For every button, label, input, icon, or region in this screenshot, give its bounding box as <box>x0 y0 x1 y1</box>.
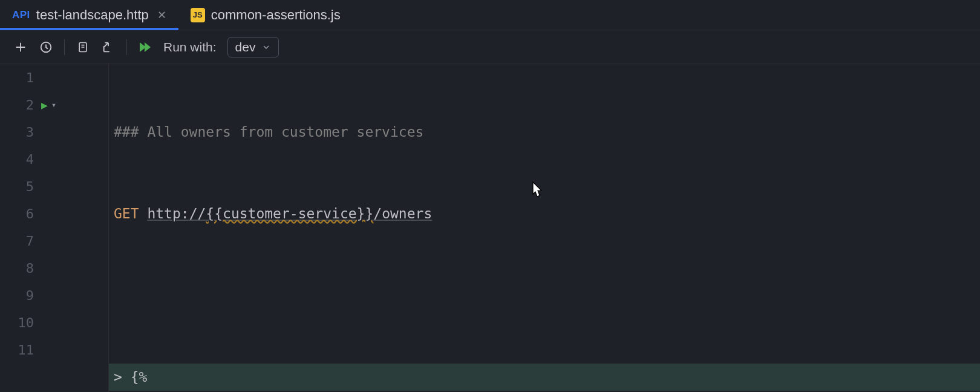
line-number: 6 <box>0 200 34 227</box>
code-content[interactable]: ### All owners from customer services GE… <box>109 64 980 392</box>
run-gutter-icon[interactable]: ▶ <box>41 91 48 119</box>
chevron-down-icon[interactable]: ▾ <box>51 91 56 119</box>
line-number: 1 <box>0 64 34 91</box>
editor-tabs: API test-landscape.http ✕ JS common-asse… <box>0 0 980 30</box>
line-number: 10 <box>0 309 34 336</box>
js-file-icon: JS <box>191 8 205 22</box>
tab-test-landscape[interactable]: API test-landscape.http ✕ <box>0 0 178 30</box>
toolbar-divider <box>126 39 127 55</box>
line-number: 2 <box>0 91 34 119</box>
code-line: ### All owners from customer services <box>109 119 980 146</box>
line-number: 9 <box>0 282 34 309</box>
add-icon[interactable] <box>13 40 28 54</box>
line-number: 3 <box>0 119 34 146</box>
line-number: 7 <box>0 227 34 255</box>
http-toolbar: Run with: dev <box>0 30 980 64</box>
tab-label: common-assertions.js <box>211 7 341 23</box>
line-number: 11 <box>0 336 34 364</box>
close-icon[interactable]: ✕ <box>157 8 166 22</box>
history-icon[interactable] <box>39 40 53 54</box>
api-file-icon: API <box>12 9 30 21</box>
tab-common-assertions[interactable]: JS common-assertions.js <box>178 0 353 30</box>
chevron-down-icon <box>261 42 271 52</box>
code-editor[interactable]: 1 2▶▾ 3 4 5 6 7 8 9 10 11 ### All owners… <box>0 64 980 392</box>
line-number: 8 <box>0 255 34 282</box>
tab-label: test-landscape.http <box>36 7 149 23</box>
mouse-cursor-icon <box>528 181 544 200</box>
env-value: dev <box>235 40 256 54</box>
examples-icon[interactable] <box>76 40 90 54</box>
code-line: GET http://{{customer-service}}/owners <box>109 200 980 227</box>
run-with-label: Run with: <box>163 40 217 54</box>
run-all-icon[interactable] <box>138 40 152 54</box>
line-number: 5 <box>0 173 34 200</box>
environment-selector[interactable]: dev <box>227 37 279 57</box>
code-line <box>109 282 980 309</box>
code-line: > {% <box>109 364 980 391</box>
import-icon[interactable] <box>101 40 116 54</box>
line-number: 4 <box>0 146 34 173</box>
gutter: 1 2▶▾ 3 4 5 6 7 8 9 10 11 <box>0 64 109 392</box>
toolbar-divider <box>64 39 65 55</box>
